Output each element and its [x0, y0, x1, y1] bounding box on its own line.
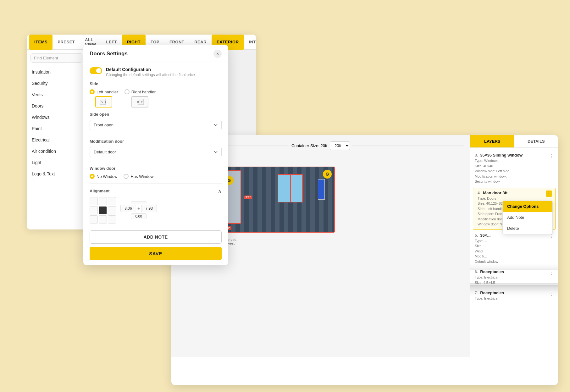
tab-items[interactable]: ITEMS [29, 35, 53, 50]
search-input[interactable]: Find Element [30, 53, 82, 63]
align-dot-br[interactable] [108, 215, 116, 224]
layer-7-more-btn[interactable]: ⋮ [549, 290, 555, 297]
back-sidebar: Find Element Insulation Security Vents D… [27, 50, 86, 229]
sidebar-item-vents[interactable]: Vents [27, 89, 86, 100]
side-option-left[interactable]: Left handler [90, 89, 118, 108]
layer-3-detail: Type: Windows Size: 40×40 Window side: L… [475, 158, 554, 184]
window-door-options: No Window Has Window [90, 174, 222, 179]
layer-item-4: 4. Man door 3ft ⋮ Type: Doors Size: 40.1… [473, 188, 556, 230]
front-gear-top-right[interactable]: ⚙ [323, 170, 332, 179]
front-container-size-select[interactable]: 20ft 40ft [330, 141, 350, 150]
pos-y-value[interactable]: 7.93 [141, 205, 157, 212]
default-config-toggle[interactable] [90, 67, 102, 74]
right-handler-label: Right handler [131, 90, 156, 94]
details-tab[interactable]: DETAILS [514, 135, 558, 147]
add-note-button[interactable]: ADD NOTE [90, 230, 222, 244]
side-open-select[interactable]: Front open [90, 120, 222, 130]
radio-has-window[interactable] [124, 174, 129, 179]
sidebar-item-windows[interactable]: Windows [27, 112, 86, 123]
sidebar-item-logo[interactable]: Logo & Text [27, 168, 86, 179]
context-delete[interactable]: Delete [503, 223, 552, 234]
sidebar-item-security[interactable]: Security [27, 78, 86, 89]
has-window-label: Has Window [130, 174, 153, 179]
layer-item-6: 6. Receptacles ⋮ Type: Electrical Size: … [470, 267, 558, 288]
layer-6-title[interactable]: Receptacles [480, 269, 504, 274]
side-section-label: Side [90, 81, 222, 86]
modification-door-select[interactable]: Default door [90, 147, 222, 157]
divider-line-right [352, 146, 464, 146]
front-panel: ALL VIEW LEFT RIGHT TOP FRONT + 100% - R… [171, 135, 558, 385]
context-change-options[interactable]: Change Options [503, 201, 552, 212]
toggle-label: Default Configuration [106, 67, 195, 72]
left-handler-label: Left handler [97, 90, 118, 94]
align-dot-mc[interactable] [99, 206, 107, 214]
toggle-desc: Changing the default settings will affec… [106, 73, 195, 77]
align-dot-ml[interactable] [90, 206, 98, 214]
modification-door-label: Modification door [90, 139, 222, 144]
radio-no-window[interactable] [90, 174, 95, 179]
layer-3-more-btn[interactable]: ⋮ [549, 153, 555, 159]
modal-body: Default Configuration Changing the defau… [83, 62, 228, 265]
layers-list: 3. 36×36 Sliding window ⋮ Type: Windows … [470, 148, 558, 357]
context-add-note[interactable]: Add Note [503, 212, 552, 223]
left-handler-icon [95, 96, 112, 108]
toggle-row: Default Configuration Changing the defau… [90, 67, 222, 77]
sidebar-item-paint[interactable]: Paint [27, 123, 86, 134]
layer-item-3: 3. 36×36 Sliding window ⋮ Type: Windows … [470, 150, 558, 187]
front-window1 [278, 174, 303, 202]
side-option-right[interactable]: Right handler [125, 89, 156, 108]
front-blue-box [318, 179, 325, 200]
layers-tab[interactable]: LAYERS [470, 135, 514, 147]
align-dot-bl[interactable] [90, 215, 98, 224]
modal-close-button[interactable]: × [213, 50, 222, 58]
align-dot-bc[interactable] [99, 215, 107, 224]
right-handler-icon [131, 96, 148, 108]
layer-7-detail: Type: Electrical [475, 296, 554, 301]
modal-header: Doors Settings × [83, 45, 228, 62]
layer-7-title[interactable]: Receptacles [480, 290, 504, 295]
has-window-option[interactable]: Has Window [124, 174, 153, 179]
sidebar-item-air[interactable]: Air condition [27, 146, 86, 157]
context-menu: Change Options Add Note Delete [502, 201, 553, 234]
sidebar-item-insulation[interactable]: Insulation [27, 66, 86, 78]
svg-rect-1 [105, 101, 106, 103]
sidebar-item-doors[interactable]: Doors [27, 100, 86, 112]
sidebar-item-electrical[interactable]: Electrical [27, 134, 86, 146]
svg-rect-0 [100, 99, 106, 105]
layer-4-title[interactable]: Man door 3ft [483, 190, 507, 195]
layer-5-detail: Type: ... Size: ... Wind... Modifi... De… [475, 238, 554, 264]
layer-5-title[interactable]: 36×... [480, 233, 490, 238]
align-grid [90, 197, 116, 224]
front-container-size-label: Container Size: 20ft [291, 143, 327, 148]
align-dot-tr[interactable] [108, 197, 116, 205]
tab-preset[interactable]: PRESET [53, 35, 80, 50]
no-window-option[interactable]: No Window [90, 174, 117, 179]
radio-left-handler[interactable] [90, 89, 95, 94]
front-right-sidebar: LAYERS DETAILS 3. 36×36 Sliding window ⋮… [470, 135, 558, 357]
sidebar-item-light[interactable]: Light [27, 157, 86, 168]
alignment-section: Alignment ∧ [90, 183, 222, 224]
layer-5-num: 5. [475, 233, 478, 238]
align-dot-mr[interactable] [108, 206, 116, 214]
side-open-label: Side open [90, 112, 222, 117]
layer-6-detail: Type: Electrical Size: 4.5×4.5 [475, 275, 554, 285]
alignment-label: Alignment [90, 189, 110, 193]
modal-title: Doors Settings [90, 51, 128, 57]
alignment-collapse-icon[interactable]: ∧ [218, 188, 222, 194]
tab-interior-back[interactable]: INTERIOR [244, 35, 256, 50]
radio-right-handler[interactable] [125, 89, 130, 94]
pos-bottom-display: 0.00 [131, 213, 147, 219]
layer-6-more-btn[interactable]: ⋮ [549, 269, 555, 276]
align-dot-tc[interactable] [99, 197, 107, 205]
crosshair-symbol: + [137, 206, 140, 211]
alignment-controls-row: 8.06 + 7.93 0.00 [90, 197, 222, 224]
layer-4-more-btn[interactable]: ⋮ [546, 190, 552, 197]
pos-x-value[interactable]: 8.06 [120, 205, 136, 212]
layers-details-tabs: LAYERS DETAILS [470, 135, 558, 148]
layer-3-title[interactable]: 36×36 Sliding window [480, 153, 523, 157]
side-options: Left handler Right handler [90, 89, 222, 108]
align-dot-tl[interactable] [90, 197, 98, 205]
layer-3-num: 3. [475, 153, 478, 157]
position-controls: 8.06 + 7.93 0.00 [120, 202, 157, 219]
save-button[interactable]: SAVE [90, 247, 222, 260]
